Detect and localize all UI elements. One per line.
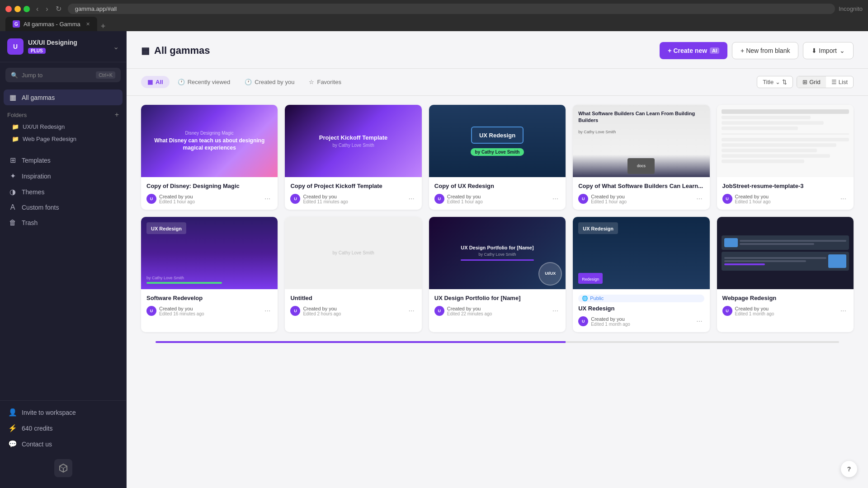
sidebar-item-label: All gammas [22,94,55,101]
forward-btn[interactable]: › [43,4,51,14]
close-window-btn[interactable] [5,6,12,12]
contact-btn[interactable]: 💬 Contact us [4,436,123,452]
author-name: Created by you [303,306,341,311]
invite-workspace-btn[interactable]: 👤 Invite to workspace [4,404,123,420]
search-bar[interactable]: 🔍 Jump to Ctrl+K [5,68,121,82]
filter-tabs: ▦ All 🕐 Recently viewed 🕐 Created by you… [141,76,348,88]
new-from-blank-label: + New from blank [741,47,790,54]
card-title: Copy of What Software Builders Can Learn… [578,183,704,190]
help-button[interactable]: ? [841,461,857,477]
author-name: Created by you [159,194,195,199]
window-controls[interactable] [5,6,30,12]
card-more-btn[interactable]: ··· [694,194,704,204]
search-shortcut: Ctrl+K [96,71,115,79]
card-author: U Created by you Edited 16 minutes ago [146,306,204,316]
author-avatar: U [722,194,732,204]
card-meta: U Created by you Edited 22 minutes ago ·… [434,306,560,316]
filter-tab-created-by-you[interactable]: 🕐 Created by you [238,76,301,88]
filter-tab-recently-viewed[interactable]: 🕐 Recently viewed [171,76,237,88]
author-avatar: U [434,194,444,204]
card-more-btn[interactable]: ··· [839,194,848,204]
invite-label: Invite to workspace [22,409,76,416]
card-jobstreet[interactable]: JobStreet-resume-template-3 U Created by… [717,105,854,210]
create-new-button[interactable]: + Create new AI [660,42,727,59]
card-webpage-redesign[interactable]: Webpage Redesign U Created by you Edited… [717,217,854,332]
maximize-window-btn[interactable] [24,6,30,12]
new-tab-btn[interactable]: + [97,22,109,31]
card-untitled[interactable]: by Cathy Love Smith Untitled U Created b… [285,217,421,332]
author-time: Edited 11 minutes ago [303,199,348,204]
list-view-btn[interactable]: ☰ List [826,76,853,88]
author-details: Created by you Edited 1 month ago [735,306,774,316]
import-button[interactable]: ⬇ Import ⌄ [803,42,854,59]
sidebar-item-custom-fonts[interactable]: A Custom fonts [4,200,123,215]
browser-tab[interactable]: G All gammas - Gamma ✕ [5,17,97,31]
recently-viewed-icon: 🕐 [178,79,185,85]
sidebar: U UX/UI Designing PLUS ⌄ 🔍 Jump to Ctrl+… [0,31,127,488]
workspace-chevron-icon[interactable]: ⌄ [113,42,119,51]
folder-uxui-redesign[interactable]: 📁 UX/UI Redesign [7,121,119,133]
themes-icon: ◑ [8,188,17,196]
workspace-badge: PLUS [28,48,46,54]
filter-tab-favorites[interactable]: ☆ Favorites [302,76,347,88]
card-thumb [717,217,854,289]
recently-viewed-label: Recently viewed [188,79,231,85]
author-name: Created by you [735,306,774,311]
folders-section: Folders + 📁 UX/UI Redesign 📁 Web Page Re… [0,107,126,147]
author-name: Created by you [447,194,483,199]
card-more-btn[interactable]: ··· [839,306,848,316]
credits-btn[interactable]: ⚡ 640 credits [4,420,123,436]
card-more-btn[interactable]: ··· [263,306,272,316]
credits-icon: ⚡ [8,424,17,432]
card-more-btn[interactable]: ··· [694,316,704,326]
sidebar-item-themes[interactable]: ◑ Themes [4,184,123,200]
sort-button[interactable]: Title ⌄ ⇅ [757,76,793,88]
card-kickoff[interactable]: Project Kickoff Template by Cathy Love S… [285,105,421,210]
sidebar-item-inspiration[interactable]: ✦ Inspiration [4,168,123,184]
browser-chrome: ‹ › ↻ gamma.app/#all Incognito G All gam… [0,0,868,31]
card-software-redevelop[interactable]: UX Redesign by Cathy Love Smith Software… [141,217,278,332]
author-details: Created by you Edited 1 hour ago [735,194,771,204]
card-info: Copy of UX Redesign U Created by you Edi… [429,177,566,210]
new-from-blank-button[interactable]: + New from blank [732,42,798,59]
card-ux-redesign2[interactable]: UX Redesign Redesign 🌐 Public UX Redesig… [573,217,709,332]
back-btn[interactable]: ‹ [33,4,41,14]
sidebar-item-label: Trash [22,219,38,226]
card-more-btn[interactable]: ··· [406,306,416,316]
card-thumb [717,105,854,177]
refresh-btn[interactable]: ↻ [53,4,64,14]
folder-webpage-redesign[interactable]: 📁 Web Page Redesign [7,133,119,145]
card-disney[interactable]: Disney Designing Magic What Disney can t… [141,105,278,210]
create-new-label: + Create new [668,47,707,54]
sidebar-item-trash[interactable]: 🗑 Trash [4,215,123,230]
add-folder-icon[interactable]: + [115,111,119,119]
card-thumb: UX Redesign by Cathy Love Smith [429,105,566,177]
workspace-name: UX/UI Designing [28,39,108,46]
sidebar-item-all-gammas[interactable]: ▦ All gammas [4,89,123,105]
author-time: Edited 1 hour ago [159,199,195,204]
list-label: List [839,79,848,85]
author-avatar: U [578,194,588,204]
grid-view-btn[interactable]: ⊞ Grid [797,76,826,88]
close-tab-btn[interactable]: ✕ [86,21,90,27]
secondary-nav: ⊞ Templates ✦ Inspiration ◑ Themes A Cus… [0,150,126,232]
address-bar[interactable]: gamma.app/#all [68,4,835,14]
card-software-copy[interactable]: What Software Builders Can Learn From Bu… [573,105,709,210]
card-ux-redesign-copy[interactable]: UX Redesign by Cathy Love Smith Copy of … [429,105,566,210]
scroll-indicator [156,341,839,343]
author-avatar: U [146,194,156,204]
import-chevron-icon: ⌄ [840,47,845,54]
author-details: Created by you Edited 1 hour ago [591,194,627,204]
sort-label: Title [763,79,774,85]
filter-tab-all[interactable]: ▦ All [141,76,170,88]
card-more-btn[interactable]: ··· [406,194,416,204]
card-author: U Created by you Edited 2 hours ago [290,306,341,316]
card-ux-portfolio[interactable]: UX Design Portfolio for [Name] by Cathy … [429,217,566,332]
card-more-btn[interactable]: ··· [263,194,272,204]
author-details: Created by you Edited 1 hour ago [447,194,483,204]
sidebar-item-templates[interactable]: ⊞ Templates [4,152,123,168]
minimize-window-btn[interactable] [14,6,21,12]
card-more-btn[interactable]: ··· [551,194,560,204]
nav-arrows[interactable]: ‹ › ↻ [33,4,64,14]
card-more-btn[interactable]: ··· [551,306,560,316]
